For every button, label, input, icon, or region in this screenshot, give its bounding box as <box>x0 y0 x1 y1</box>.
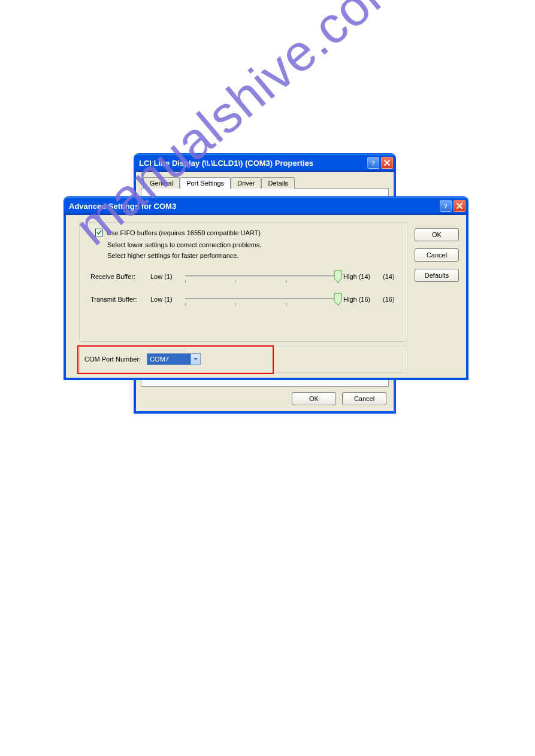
svg-text:?: ? <box>444 202 448 210</box>
com-port-combobox[interactable]: COM7 <box>147 353 201 365</box>
receive-buffer-row: Receive Buffer: Low (1) High (14) (14) <box>90 271 401 282</box>
child-cancel-button[interactable]: Cancel <box>415 248 459 262</box>
transmit-buffer-row: Transmit Buffer: Low (1) High (16) (16) <box>90 294 401 305</box>
com-port-label: COM Port Number: <box>84 356 141 363</box>
transmit-slider[interactable] <box>185 294 338 305</box>
close-icon[interactable] <box>381 157 393 169</box>
receive-high-label: High (14) <box>343 273 378 280</box>
fifo-checkbox[interactable] <box>95 229 103 236</box>
transmit-low-label: Low (1) <box>150 296 180 303</box>
help-icon[interactable]: ? <box>367 157 379 169</box>
close-icon[interactable] <box>454 200 466 212</box>
tab-driver[interactable]: Driver <box>231 177 261 189</box>
receive-buffer-label: Receive Buffer: <box>90 273 146 280</box>
com-port-selected: COM7 <box>147 354 191 365</box>
svg-text:?: ? <box>371 159 375 166</box>
fifo-checkbox-label: Use FIFO buffers (requires 16550 compati… <box>107 229 261 236</box>
transmit-slider-thumb[interactable] <box>334 293 342 306</box>
tab-details[interactable]: Details <box>261 177 295 189</box>
parent-ok-button[interactable]: OK <box>292 392 336 405</box>
receive-low-label: Low (1) <box>150 273 180 280</box>
com-port-groupbox: COM Port Number: COM7 <box>79 347 407 373</box>
advanced-settings-window: Advanced Settings for COM3 ? Use FIFO bu… <box>64 196 468 380</box>
fifo-hint-lower: Select lower settings to correct connect… <box>107 241 401 248</box>
transmit-buffer-label: Transmit Buffer: <box>90 296 146 303</box>
child-window-title: Advanced Settings for COM3 <box>69 202 440 211</box>
child-ok-button[interactable]: OK <box>415 228 459 241</box>
tab-strip: General Port Settings Driver Details <box>141 177 389 189</box>
transmit-value: (16) <box>383 296 401 303</box>
tab-port-settings[interactable]: Port Settings <box>180 177 231 189</box>
tab-general[interactable]: General <box>143 177 180 189</box>
receive-value: (14) <box>383 273 401 280</box>
parent-titlebar[interactable]: LCI Line Display (\\.\LCLD1\) (COM3) Pro… <box>134 154 395 172</box>
transmit-high-label: High (16) <box>343 296 378 303</box>
parent-window-title: LCI Line Display (\\.\LCLD1\) (COM3) Pro… <box>139 159 367 168</box>
receive-slider-thumb[interactable] <box>334 270 342 283</box>
child-titlebar[interactable]: Advanced Settings for COM3 ? <box>64 197 468 215</box>
child-defaults-button[interactable]: Defaults <box>415 269 459 282</box>
fifo-hint-higher: Select higher settings for faster perfor… <box>107 252 401 259</box>
receive-slider[interactable] <box>185 271 338 282</box>
help-icon[interactable]: ? <box>440 200 452 212</box>
fifo-groupbox: Use FIFO buffers (requires 16550 compati… <box>79 222 407 342</box>
parent-cancel-button[interactable]: Cancel <box>342 392 386 405</box>
chevron-down-icon[interactable] <box>191 354 200 365</box>
